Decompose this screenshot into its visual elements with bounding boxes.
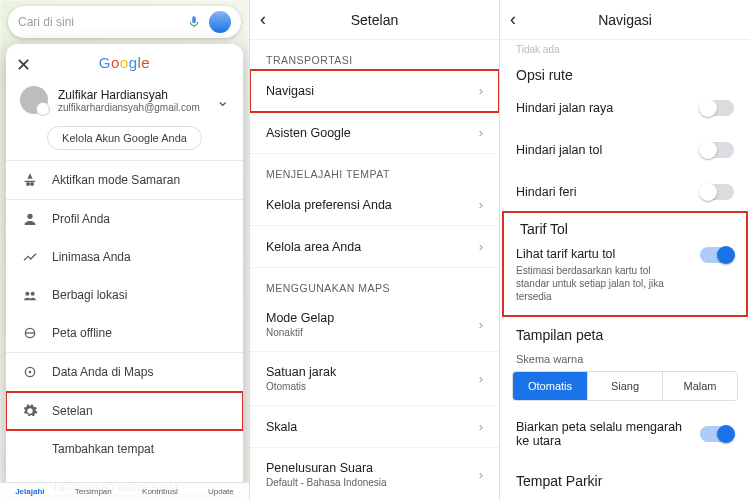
tab-contribute[interactable]: Kontribusi (142, 487, 178, 496)
row-title: Asisten Google (266, 126, 351, 140)
svg-point-1 (25, 292, 29, 296)
data-icon (22, 364, 38, 380)
row-title: Mode Gelap (266, 311, 334, 325)
route-toggle[interactable] (700, 142, 734, 158)
incognito-icon (22, 172, 38, 188)
navigation-header: ‹ Navigasi (500, 0, 750, 40)
mic-icon[interactable] (187, 15, 201, 29)
back-icon[interactable]: ‹ (510, 9, 516, 30)
row-title: Kelola preferensi Anda (266, 198, 392, 212)
route-toggle[interactable] (700, 100, 734, 116)
menu-label: Profil Anda (52, 212, 110, 226)
blank-icon (22, 441, 38, 457)
gear-icon (22, 403, 38, 419)
account-row[interactable]: Zulfikar Hardiansyah zulfikarhardiansyah… (6, 80, 243, 120)
menu-item-timeline[interactable]: Linimasa Anda (6, 238, 243, 276)
google-logo: Google (99, 54, 150, 71)
menu-label: Peta offline (52, 326, 112, 340)
settings-row[interactable]: Navigasi› (250, 70, 499, 112)
color-scheme-segmented: Otomatis Siang Malam (512, 371, 738, 401)
tab-explore[interactable]: Jelajahi (15, 487, 44, 496)
row-sub: Default - Bahasa Indonesia (266, 477, 387, 488)
chevron-right-icon: › (479, 83, 483, 98)
menu-item-person[interactable]: Profil Anda (6, 200, 243, 238)
menu-label: Linimasa Anda (52, 250, 131, 264)
menu-label: Tambahkan tempat (52, 442, 154, 456)
section-toll: Tarif Tol (504, 213, 746, 241)
north-up-row[interactable]: Biarkan peta selalu mengarah ke utara (500, 407, 750, 461)
section-header: MENJELAJAHI TEMPAT (250, 154, 499, 184)
scheme-auto[interactable]: Otomatis (513, 372, 587, 400)
row-sub: Nonaktif (266, 327, 334, 338)
chevron-right-icon: › (479, 197, 483, 212)
toll-section-highlight: Tarif Tol Lihat tarif kartu tol Estimasi… (504, 213, 746, 315)
menu-item-share-loc[interactable]: Berbagi lokasi (6, 276, 243, 314)
row-sub: Otomatis (266, 381, 336, 392)
section-parking: Tempat Parkir (500, 461, 750, 493)
chevron-right-icon: › (479, 467, 483, 482)
settings-row[interactable]: Skala› (250, 406, 499, 448)
account-avatar (20, 86, 48, 114)
row-title: Skala (266, 420, 297, 434)
menu-item-offline[interactable]: Peta offline (6, 314, 243, 352)
settings-row[interactable]: Asisten Google› (250, 112, 499, 154)
menu-label: Aktifkan mode Samaran (52, 173, 180, 187)
chevron-right-icon: › (479, 419, 483, 434)
account-name: Zulfikar Hardiansyah (58, 88, 206, 102)
route-option-row[interactable]: Hindari jalan tol (500, 129, 750, 171)
route-option-row[interactable]: Hindari jalan raya (500, 87, 750, 129)
chevron-right-icon: › (479, 317, 483, 332)
settings-row[interactable]: Penelusuran SuaraDefault - Bahasa Indone… (250, 448, 499, 500)
tab-updates[interactable]: Update (208, 487, 234, 496)
section-header: TRANSPORTASI (250, 40, 499, 70)
route-label: Hindari feri (516, 185, 576, 199)
back-icon[interactable]: ‹ (260, 9, 266, 30)
row-title: Penelusuran Suara (266, 461, 373, 475)
route-option-row[interactable]: Hindari feri (500, 171, 750, 213)
account-email: zulfikarhardiansyah@gmail.com (58, 102, 206, 113)
menu-item-gear[interactable]: Setelan (6, 392, 243, 430)
section-route-options: Opsi rute (500, 55, 750, 87)
menu-label: Data Anda di Maps (52, 365, 153, 379)
manage-account-button[interactable]: Kelola Akun Google Anda (47, 126, 202, 150)
chevron-down-icon[interactable]: ⌄ (216, 91, 229, 110)
scheme-label: Skema warna (500, 347, 750, 367)
share-loc-icon (22, 287, 38, 303)
close-icon[interactable]: ✕ (16, 54, 31, 76)
toll-toggle[interactable] (700, 247, 734, 263)
avatar[interactable] (209, 11, 231, 33)
route-label: Hindari jalan raya (516, 101, 613, 115)
svg-point-5 (29, 371, 32, 374)
settings-header: ‹ Setelan (250, 0, 499, 40)
account-panel: Cari di sini ✕ Google Zulfikar Hardiansy… (0, 0, 250, 500)
tab-saved[interactable]: Tersimpan (75, 487, 112, 496)
route-toggle[interactable] (700, 184, 734, 200)
section-map-display: Tampilan peta (500, 315, 750, 347)
page-title: Setelan (351, 12, 398, 28)
settings-row[interactable]: Kelola preferensi Anda› (250, 184, 499, 226)
settings-row[interactable]: Mode GelapNonaktif› (250, 298, 499, 352)
search-bar[interactable]: Cari di sini (8, 6, 241, 38)
settings-row[interactable]: Kelola area Anda› (250, 226, 499, 268)
north-up-toggle[interactable] (700, 426, 734, 442)
menu-item-item-7[interactable]: Tambahkan tempat (6, 430, 243, 468)
svg-point-2 (31, 292, 35, 296)
scheme-night[interactable]: Malam (662, 372, 737, 400)
svg-point-0 (27, 214, 32, 219)
section-header: MENGGUNAKAN MAPS (250, 268, 499, 298)
menu-item-data[interactable]: Data Anda di Maps (6, 353, 243, 391)
timeline-icon (22, 249, 38, 265)
menu-label: Berbagi lokasi (52, 288, 127, 302)
bottom-nav: Jelajahi Tersimpan Kontribusi Update (0, 482, 249, 500)
offline-icon (22, 325, 38, 341)
search-placeholder: Cari di sini (18, 15, 179, 29)
settings-row[interactable]: Satuan jarakOtomatis› (250, 352, 499, 406)
menu-item-incognito[interactable]: Aktifkan mode Samaran (6, 161, 243, 199)
parking-row[interactable]: Simpan lokasi parkir Untuk menyimpan tem… (500, 493, 750, 500)
toll-label: Lihat tarif kartu tol (516, 247, 686, 261)
person-icon (22, 211, 38, 227)
prev-option-faded: Tidak ada (500, 40, 750, 55)
scheme-day[interactable]: Siang (587, 372, 662, 400)
row-title: Navigasi (266, 84, 314, 98)
row-title: Satuan jarak (266, 365, 336, 379)
